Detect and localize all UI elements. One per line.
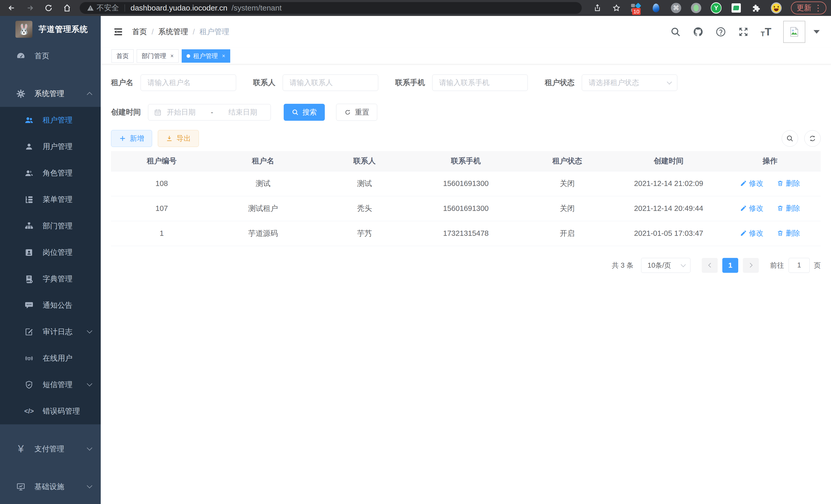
collapse-sidebar-icon[interactable] [113, 27, 123, 37]
chevron-down-icon [681, 262, 686, 267]
sidebar-item-label: 审计日志 [42, 327, 73, 337]
sidebar-item-user[interactable]: 用户管理 [0, 133, 101, 160]
tab-tenant[interactable]: 租户管理 × [182, 49, 230, 63]
app-title: 芋道管理系统 [38, 24, 88, 35]
share-icon[interactable] [593, 3, 602, 13]
user-icon [24, 142, 34, 152]
contact-input[interactable] [283, 75, 378, 91]
logo-rabbit-image: 🐰 [16, 21, 32, 38]
help-question-icon[interactable] [715, 26, 726, 37]
prev-page-button[interactable] [702, 258, 718, 273]
sidebar-item-label: 租户管理 [42, 115, 73, 125]
browser-reload-icon[interactable] [44, 3, 53, 13]
refresh-cycle-icon [809, 135, 816, 142]
search-icon [292, 109, 299, 116]
status-select[interactable] [582, 75, 677, 91]
sidebar-item-dict[interactable]: 字典管理 [0, 266, 101, 292]
close-icon[interactable]: × [170, 53, 174, 59]
sidebar-item-dept[interactable]: 部门管理 [0, 213, 101, 239]
extension-recorder-icon[interactable] [691, 3, 701, 13]
create-time-range-picker[interactable]: 开始日期 - 结束日期 [148, 104, 271, 120]
add-button[interactable]: 新增 [111, 130, 152, 147]
page-number-1[interactable]: 1 [722, 258, 738, 273]
sidebar-item-menu[interactable]: 菜单管理 [0, 186, 101, 213]
caret-down-icon[interactable] [813, 30, 820, 34]
edit-pencil-icon [740, 205, 747, 212]
trash-icon [777, 180, 784, 187]
sidebar-item-label: 岗位管理 [42, 247, 73, 258]
delete-link[interactable]: 删除 [777, 228, 800, 238]
next-page-button[interactable] [743, 258, 759, 273]
extension-yudao-icon[interactable]: Y [711, 3, 721, 13]
sidebar-item-system[interactable]: 系统管理 [0, 80, 101, 107]
tenant-name-label: 租户名 [111, 78, 133, 88]
chevron-down-icon [87, 328, 92, 333]
security-warning-icon[interactable]: 不安全 [87, 3, 119, 13]
browser-menu-icon[interactable]: ⋮ [814, 3, 822, 13]
refresh-table-button[interactable] [804, 130, 821, 147]
edit-link[interactable]: 修改 [740, 228, 764, 238]
date-end-placeholder: 结束日期 [228, 108, 257, 117]
sidebar-item-label: 菜单管理 [42, 195, 73, 205]
sidebar-item-home[interactable]: 首页 [0, 42, 101, 69]
search-button[interactable]: 搜索 [284, 104, 325, 121]
sidebar-item-audit-log[interactable]: 审计日志 [0, 319, 101, 345]
status-text: 关闭 [516, 196, 618, 221]
reset-button[interactable]: 重置 [336, 104, 377, 121]
sidebar-item-post[interactable]: 岗位管理 [0, 239, 101, 266]
browser-forward-icon[interactable] [25, 3, 35, 13]
breadcrumb-system[interactable]: 系统管理 [158, 27, 188, 37]
fullscreen-icon[interactable] [738, 26, 749, 37]
extensions-puzzle-icon[interactable] [751, 3, 762, 13]
browser-home-icon[interactable] [62, 3, 72, 13]
edit-link[interactable]: 修改 [740, 179, 764, 188]
phone-input[interactable] [432, 75, 528, 91]
browser-update-button[interactable]: 更新 ⋮ [791, 2, 826, 14]
extension-command-icon[interactable]: ⌘ [671, 3, 682, 13]
delete-link[interactable]: 删除 [777, 179, 800, 188]
header-search-icon[interactable] [670, 26, 681, 37]
profile-emoji-avatar[interactable] [771, 3, 782, 13]
user-avatar[interactable] [783, 21, 805, 43]
sidebar-item-online-user[interactable]: 在线用户 [0, 345, 101, 372]
sidebar-item-tenant[interactable]: 租户管理 [0, 107, 101, 133]
sidebar-item-sms[interactable]: 短信管理 [0, 372, 101, 398]
dashboard-gauge-icon [16, 51, 26, 61]
calendar-icon [154, 109, 162, 116]
delete-link[interactable]: 删除 [777, 203, 800, 213]
sidebar-item-label: 支付管理 [34, 444, 64, 454]
pagination-total: 共 3 条 [612, 261, 633, 270]
table-row: 1 芋道源码 芋艿 17321315478 开启 2021-01-05 17:0… [111, 221, 821, 246]
tab-home[interactable]: 首页 [112, 49, 134, 63]
sidebar-item-error-code[interactable]: </> 错误码管理 [0, 398, 101, 424]
address-bar[interactable]: 不安全 dashboard.yudao.iocoder.cn/system/te… [80, 2, 582, 14]
edit-link[interactable]: 修改 [740, 203, 764, 213]
audit-log-icon [24, 327, 34, 337]
browser-back-icon[interactable] [7, 3, 17, 13]
tenant-name-input[interactable] [141, 75, 236, 91]
sidebar-item-notice[interactable]: 通知公告 [0, 292, 101, 319]
sidebar-item-payment[interactable]: ¥ 支付管理 [0, 436, 101, 462]
dictionary-icon [24, 274, 34, 284]
extension-chat-icon[interactable] [731, 3, 742, 13]
toggle-search-button[interactable] [782, 130, 798, 147]
bookmark-star-icon[interactable] [611, 3, 621, 13]
post-badge-icon [24, 248, 34, 258]
font-size-icon[interactable]: TT [761, 26, 771, 37]
page-size-select[interactable]: 10条/页 [641, 258, 690, 273]
goto-page-input[interactable] [789, 258, 810, 273]
close-icon[interactable]: × [222, 53, 225, 59]
breadcrumb-home[interactable]: 首页 [132, 27, 147, 37]
github-icon[interactable] [693, 26, 704, 37]
tenant-table: 租户编号 租户名 联系人 联系手机 租户状态 创建时间 操作 108 测试 测试 [111, 151, 821, 246]
export-button[interactable]: 导出 [158, 130, 199, 147]
tab-dept[interactable]: 部门管理 × [137, 49, 179, 63]
status-label: 租户状态 [545, 78, 575, 88]
sidebar-item-role[interactable]: 角色管理 [0, 160, 101, 186]
extension-kite-icon[interactable] [651, 3, 661, 13]
sidebar-item-infrastructure[interactable]: 基础设施 [0, 473, 101, 500]
extension-blue-diamond-icon[interactable]: 10 [631, 3, 641, 13]
breadcrumb: 首页 / 系统管理 / 租户管理 [132, 27, 229, 37]
tags-view-bar: 首页 部门管理 × 租户管理 × [101, 48, 831, 64]
phone-label: 联系手机 [395, 78, 425, 88]
